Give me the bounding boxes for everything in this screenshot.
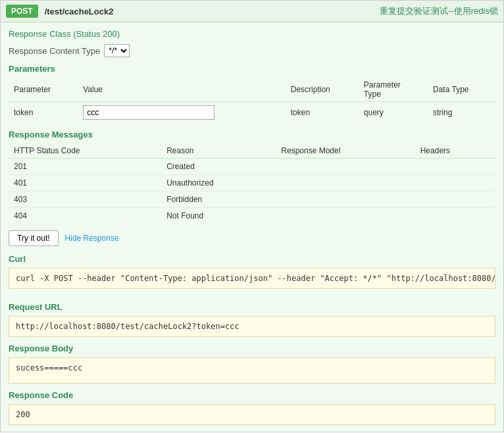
reason-text: Forbidden <box>161 191 276 208</box>
col-http-status: HTTP Status Code <box>9 143 161 159</box>
response-model <box>276 159 415 175</box>
col-response-model: Response Model <box>276 143 415 159</box>
col-parameter: Parameter <box>9 78 78 102</box>
response-messages-table: HTTP Status Code Reason Response Model H… <box>9 143 495 224</box>
col-data-type: Data Type <box>428 78 495 102</box>
token-input[interactable] <box>83 105 214 120</box>
response-body-title: Response Body <box>9 344 495 353</box>
table-row: token token query string <box>9 102 495 124</box>
param-value-cell <box>78 102 286 124</box>
api-description: 重复提交验证测试--使用redis锁 <box>380 5 498 17</box>
headers-text <box>415 191 495 208</box>
api-header: POST /test/cacheLock2 重复提交验证测试--使用redis锁 <box>1 1 503 22</box>
table-row: 404 Not Found <box>9 208 495 224</box>
parameters-title: Parameters <box>9 64 495 74</box>
method-badge: POST <box>6 5 38 18</box>
parameters-table: Parameter Value Description ParameterTyp… <box>9 78 495 123</box>
content-type-row: Response Content Type */* <box>9 44 495 57</box>
param-data-type: string <box>428 102 495 124</box>
api-container: POST /test/cacheLock2 重复提交验证测试--使用redis锁… <box>0 0 504 432</box>
col-reason: Reason <box>161 143 276 159</box>
content-type-select[interactable]: */* <box>104 44 130 57</box>
request-url-value: http://localhost:8080/test/cacheLock2?to… <box>9 316 495 337</box>
status-code: 403 <box>9 191 161 208</box>
status-code: 201 <box>9 159 161 175</box>
col-description: Description <box>286 78 359 102</box>
param-type: query <box>359 102 428 124</box>
response-model <box>276 191 415 208</box>
status-code: 401 <box>9 175 161 191</box>
headers-text <box>415 159 495 175</box>
curl-value: curl -X POST --header "Content-Type: app… <box>9 268 495 289</box>
col-headers: Headers <box>415 143 495 159</box>
response-model <box>276 208 415 224</box>
params-header-row: Parameter Value Description ParameterTyp… <box>9 78 495 102</box>
content-type-label: Response Content Type <box>9 46 100 56</box>
api-body: Response Class (Status 200) Response Con… <box>1 22 503 432</box>
try-row: Try it out! Hide Response <box>9 230 495 246</box>
hide-response-link[interactable]: Hide Response <box>65 234 119 243</box>
reason-text: Unauthorized <box>161 175 276 191</box>
param-description: token <box>286 102 359 124</box>
response-code-value: 200 <box>9 404 495 425</box>
table-row: 201 Created <box>9 159 495 175</box>
curl-title: Curl <box>9 254 495 264</box>
response-code-title: Response Code <box>9 390 495 400</box>
response-model <box>276 175 415 191</box>
response-body-value: sucess=====ccc <box>9 357 495 384</box>
endpoint-path: /test/cacheLock2 <box>45 7 114 16</box>
table-row: 403 Forbidden <box>9 191 495 208</box>
curl-scroll-area[interactable]: curl -X POST --header "Content-Type: app… <box>9 268 495 295</box>
response-class: Response Class (Status 200) <box>9 29 495 39</box>
headers-text <box>415 208 495 224</box>
col-param-type: ParameterType <box>359 78 428 102</box>
try-it-out-button[interactable]: Try it out! <box>9 230 59 246</box>
request-url-title: Request URL <box>9 302 495 312</box>
response-messages-title: Response Messages <box>9 130 495 140</box>
status-code: 404 <box>9 208 161 224</box>
reason-text: Created <box>161 159 276 175</box>
table-row: 401 Unauthorized <box>9 175 495 191</box>
messages-header-row: HTTP Status Code Reason Response Model H… <box>9 143 495 159</box>
headers-text <box>415 175 495 191</box>
param-name: token <box>9 102 78 124</box>
reason-text: Not Found <box>161 208 276 224</box>
col-value: Value <box>78 78 286 102</box>
